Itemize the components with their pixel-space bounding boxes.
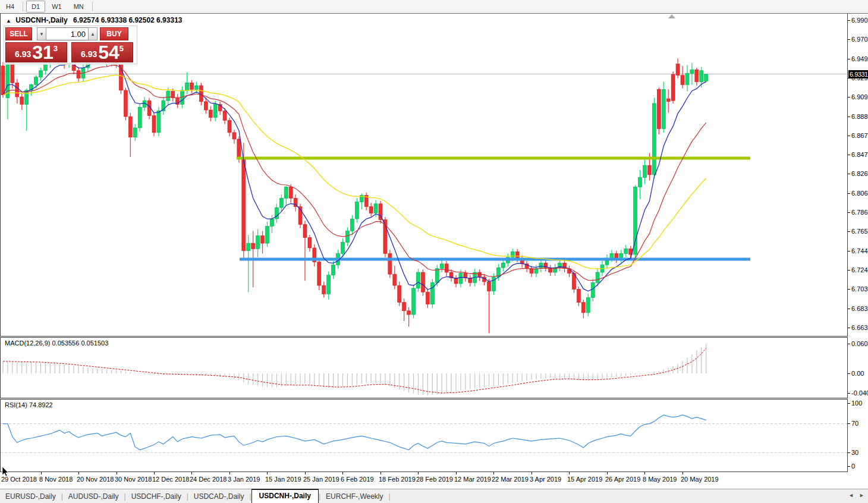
timeframe-button-d1[interactable]: D1 xyxy=(26,1,45,12)
price-axis-label: 6.76510 xyxy=(851,228,868,235)
rsi-axis-label: 100 xyxy=(851,400,862,407)
volume-decrease-button[interactable]: ▼ xyxy=(37,27,46,40)
symbol-period-label: USDCNH-,Daily xyxy=(15,16,67,24)
rsi-axis-label: 30 xyxy=(851,449,858,456)
macd-panel[interactable] xyxy=(0,337,848,398)
date-axis-label: 15 Apr 2019 xyxy=(567,476,602,483)
price-axis-label: 6.82690 xyxy=(851,170,868,177)
date-axis-label: 8 May 2019 xyxy=(643,476,677,483)
rsi-panel[interactable] xyxy=(0,399,848,472)
date-axis-label: 20 Nov 2018 xyxy=(77,476,114,483)
current-price-tag: 6.93313 xyxy=(848,70,868,78)
date-axis-label: 15 Jan 2019 xyxy=(265,476,301,483)
collapse-icon[interactable]: ▲ xyxy=(6,18,11,24)
timeframe-toolbar: H4D1W1MN xyxy=(0,0,868,14)
ohlc-values: 6.92574 6.93338 6.92502 6.93313 xyxy=(73,16,183,24)
date-axis-label: 3 Jan 2019 xyxy=(228,476,260,483)
buy-price-display[interactable]: 6.93 54 5 xyxy=(71,42,133,62)
price-axis-label: 6.99070 xyxy=(851,17,868,24)
date-axis-label: 26 Apr 2019 xyxy=(605,476,640,483)
tab-eurusd[interactable]: EURUSD-,Daily xyxy=(0,490,61,503)
tab-audusd[interactable]: AUDUSD-,Daily xyxy=(63,490,124,503)
price-axis-label: 6.94990 xyxy=(851,55,868,62)
chart-shift-marker-icon[interactable] xyxy=(668,14,675,18)
macd-indicator-label: MACD(12,26,9) 0.053556 0.051503 xyxy=(5,339,108,347)
mt4-window: H4D1W1MN 29 Oct 20188 Nov 201820 Nov 201… xyxy=(0,0,868,503)
price-axis-label: 6.97030 xyxy=(851,36,868,43)
sell-price-base: 6.93 xyxy=(15,49,31,59)
buy-button[interactable]: BUY xyxy=(100,27,128,40)
price-axis-label: 6.72430 xyxy=(851,266,868,273)
toolbar-separator xyxy=(92,2,93,11)
date-axis-label: 12 Dec 2018 xyxy=(152,476,189,483)
rsi-axis-label: 70 xyxy=(851,420,858,427)
date-axis-label: 18 Feb 2019 xyxy=(379,476,416,483)
price-axis-label: 6.74470 xyxy=(851,247,868,254)
timeframe-button-w1[interactable]: W1 xyxy=(46,1,67,12)
price-axis-label: 6.86770 xyxy=(851,132,868,139)
tab-usdcad[interactable]: USDCAD-,Daily xyxy=(188,490,250,503)
date-axis-label: 30 Nov 2018 xyxy=(115,476,152,483)
buy-price-base: 6.93 xyxy=(81,49,97,59)
price-axis-label: 6.70390 xyxy=(851,285,868,293)
sell-price-fraction: 3 xyxy=(54,44,58,53)
tab-eurchf[interactable]: EURCHF-,Weekly xyxy=(320,490,388,503)
price-axis-label: 6.80650 xyxy=(851,190,868,197)
timeframe-button-h4[interactable]: H4 xyxy=(1,1,20,12)
chart-tab-bar: EURUSD-,Daily|AUDUSD-,Daily|USDCHF-,Dail… xyxy=(0,489,868,503)
date-axis-label: 24 Dec 2018 xyxy=(190,476,227,483)
date-axis-label: 28 Feb 2019 xyxy=(416,476,453,483)
price-axis-label: 6.90910 xyxy=(851,93,868,100)
toolbar-separator xyxy=(23,2,23,11)
date-axis-label: 25 Jan 2019 xyxy=(303,476,339,483)
tab-separator: | xyxy=(389,492,391,503)
date-axis-label: 20 May 2019 xyxy=(681,476,719,483)
price-axis-label: 6.78610 xyxy=(851,209,868,216)
rsi-axis-label: 0 xyxy=(851,463,855,470)
macd-axis-label: -0.040415 xyxy=(851,389,868,397)
tab-scroll-right-icon[interactable]: ► xyxy=(859,492,864,498)
rsi-indicator-label: RSI(14) 74.8922 xyxy=(5,401,53,408)
sell-button[interactable]: SELL xyxy=(5,27,32,40)
sell-price-display[interactable]: 6.93 31 3 xyxy=(5,42,67,62)
date-axis: 29 Oct 20188 Nov 201820 Nov 201830 Nov 2… xyxy=(0,472,848,489)
tab-usdchf[interactable]: USDCHF-,Daily xyxy=(126,490,187,503)
chart-title: ▲ USDCNH-,Daily 6.92574 6.93338 6.92502 … xyxy=(6,16,182,24)
sell-price-pips: 31 xyxy=(32,43,54,61)
date-axis-label: 8 Nov 2018 xyxy=(39,476,73,483)
macd-axis-label: 0.060342 xyxy=(851,340,868,347)
buy-price-fraction: 5 xyxy=(119,44,124,53)
price-axis-label: 6.68350 xyxy=(851,305,868,312)
date-axis-label: 12 Mar 2019 xyxy=(454,476,491,483)
tab-scroll-left-icon[interactable]: ◄ xyxy=(848,492,854,498)
price-axis-label: 6.88810 xyxy=(851,113,868,120)
price-axis-label: 6.84730 xyxy=(851,151,868,158)
volume-increase-button[interactable]: ▲ xyxy=(88,27,98,40)
mouse-cursor-icon xyxy=(2,467,10,477)
macd-axis-label: 0.00 xyxy=(851,370,864,377)
timeframe-button-mn[interactable]: MN xyxy=(68,1,89,12)
price-axis-label: 6.66310 xyxy=(851,324,868,331)
volume-input[interactable] xyxy=(46,27,88,40)
one-click-trading-widget: SELL ▼ ▲ BUY 6.93 31 3 6.93 54 5 xyxy=(4,26,137,64)
date-axis-label: 22 Mar 2019 xyxy=(492,476,529,483)
date-axis-label: 3 Apr 2019 xyxy=(530,476,561,483)
buy-price-pips: 54 xyxy=(98,43,119,61)
tab-usdcnh[interactable]: USDCNH-,Daily xyxy=(251,489,319,503)
date-axis-label: 6 Feb 2019 xyxy=(341,476,374,483)
